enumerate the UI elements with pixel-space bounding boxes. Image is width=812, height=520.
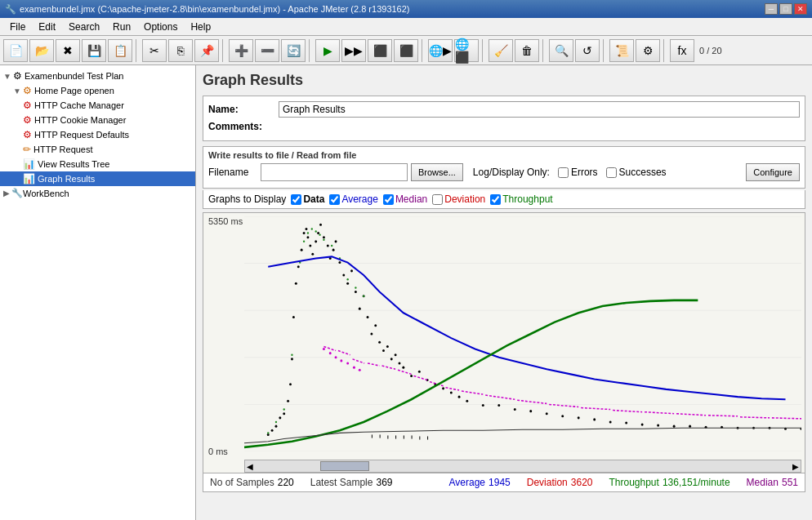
- menu-search[interactable]: Search: [62, 20, 106, 34]
- sidebar-item-workbench[interactable]: ▶ 🔧 WorkBench: [0, 186, 195, 200]
- clear-button[interactable]: 🔄: [281, 39, 306, 62]
- separator5: [482, 39, 485, 62]
- search-button[interactable]: 🔍: [549, 39, 573, 62]
- svg-point-16: [295, 282, 297, 285]
- stop-button[interactable]: ⬛: [368, 39, 392, 62]
- sidebar-item-view-results-tree[interactable]: 📊 View Results Tree: [0, 157, 195, 171]
- browse-button[interactable]: Browse...: [411, 163, 463, 181]
- deviation-label: Deviation: [444, 193, 485, 205]
- paste-button[interactable]: 📌: [194, 39, 219, 62]
- svg-point-40: [370, 332, 373, 335]
- throughput-check-label[interactable]: Throughput: [490, 193, 552, 205]
- svg-rect-121: [372, 434, 373, 438]
- sidebar-item-graph-results[interactable]: 📊 Graph Results: [0, 171, 195, 186]
- errors-checkbox[interactable]: [558, 167, 569, 178]
- cut-button[interactable]: ✂: [142, 39, 167, 62]
- average-checkbox[interactable]: [329, 194, 340, 205]
- successes-checkbox[interactable]: [606, 167, 617, 178]
- svg-point-17: [297, 265, 300, 268]
- svg-point-12: [287, 400, 289, 402]
- chart-scrollbar[interactable]: ◀ ▶: [244, 460, 801, 473]
- menu-options[interactable]: Options: [137, 20, 184, 34]
- menu-help[interactable]: Help: [184, 20, 217, 34]
- configure-button[interactable]: Configure: [746, 163, 800, 181]
- scroll-right-arrow[interactable]: ▶: [791, 462, 801, 471]
- svg-rect-126: [412, 435, 413, 438]
- stop-remote-button[interactable]: 🌐⬛: [454, 39, 479, 62]
- svg-point-13: [289, 383, 292, 385]
- copy-button[interactable]: ⎘: [168, 39, 193, 62]
- start-button[interactable]: ▶: [315, 39, 340, 62]
- workbench-label: WorkBench: [23, 189, 69, 198]
- deviation-check-label[interactable]: Deviation: [432, 193, 485, 205]
- menu-file[interactable]: File: [3, 20, 32, 34]
- svg-point-64: [593, 418, 596, 420]
- close-button[interactable]: ✕: [794, 3, 807, 15]
- svg-point-23: [311, 253, 314, 256]
- remove-button[interactable]: ➖: [255, 39, 279, 62]
- sidebar-item-label: HTTP Cookie Manager: [34, 115, 126, 125]
- median-checkbox[interactable]: [383, 194, 394, 205]
- data-checkbox[interactable]: [291, 194, 301, 205]
- sidebar-item-http-cache[interactable]: ⚙ HTTP Cache Manager: [0, 98, 195, 113]
- log-display-label: Log/Display Only:: [473, 167, 550, 178]
- stop-now-button[interactable]: ⬛: [394, 39, 418, 62]
- sidebar-item-test-plan[interactable]: ▼ ⚙ Examenbundel Test Plan: [0, 69, 195, 83]
- minimize-button[interactable]: ─: [765, 3, 778, 15]
- http-cookie-icon: ⚙: [23, 114, 32, 126]
- throughput-label: Throughput: [502, 193, 552, 205]
- new-button[interactable]: 📄: [3, 39, 28, 62]
- average-check-label[interactable]: Average: [329, 193, 377, 205]
- svg-point-79: [275, 421, 277, 423]
- deviation-stat-value: 3620: [571, 477, 593, 488]
- svg-point-24: [315, 240, 317, 242]
- data-check-label[interactable]: Data: [291, 193, 324, 205]
- svg-point-63: [578, 416, 580, 419]
- svg-point-117: [340, 359, 342, 362]
- svg-point-59: [514, 408, 516, 411]
- errors-checkbox-label[interactable]: Errors: [558, 167, 598, 178]
- reset-button[interactable]: ↺: [575, 39, 600, 62]
- svg-point-86: [315, 230, 317, 232]
- sidebar-item-label: Home Page openen: [34, 86, 114, 96]
- svg-point-84: [307, 232, 309, 233]
- scroll-thumb[interactable]: [320, 461, 369, 471]
- svg-point-36: [355, 291, 357, 293]
- sidebar-item-http-request-defaults[interactable]: ⚙ HTTP Request Defaults: [0, 127, 195, 142]
- menu-run[interactable]: Run: [106, 20, 137, 34]
- median-check-label[interactable]: Median: [383, 193, 427, 205]
- svg-point-44: [386, 345, 389, 348]
- clear-all-button[interactable]: 🧹: [489, 39, 513, 62]
- svg-point-56: [466, 400, 468, 402]
- svg-point-28: [327, 244, 329, 247]
- deviation-stat: Deviation 3620: [527, 477, 593, 488]
- start-no-pauses-button[interactable]: ▶▶: [341, 39, 366, 62]
- log-viewer-button[interactable]: 📜: [609, 39, 634, 62]
- function-helper-button[interactable]: fx: [670, 39, 694, 62]
- maximize-button[interactable]: □: [779, 3, 792, 15]
- svg-point-43: [382, 349, 385, 352]
- svg-point-39: [367, 316, 369, 318]
- open-button[interactable]: 📂: [29, 39, 54, 62]
- svg-point-115: [329, 352, 332, 354]
- clear-button2[interactable]: 🗑: [515, 39, 539, 62]
- workbench-expand-icon: ▶: [3, 189, 10, 198]
- menu-edit[interactable]: Edit: [32, 20, 62, 34]
- sidebar-item-home-page[interactable]: ▼ ⚙ Home Page openen: [0, 83, 195, 98]
- average-label: Average: [341, 193, 377, 205]
- saveas-button[interactable]: 📋: [108, 39, 132, 62]
- start-remote-button[interactable]: 🌐▶: [428, 39, 453, 62]
- log-config-button[interactable]: ⚙: [636, 39, 660, 62]
- throughput-checkbox[interactable]: [490, 194, 501, 205]
- add-button[interactable]: ➕: [229, 39, 253, 62]
- filename-input[interactable]: [261, 163, 408, 181]
- svg-point-53: [442, 387, 444, 389]
- sidebar-item-http-cookie[interactable]: ⚙ HTTP Cookie Manager: [0, 113, 195, 127]
- successes-checkbox-label[interactable]: Successes: [606, 167, 667, 178]
- scroll-left-arrow[interactable]: ◀: [245, 462, 255, 471]
- save-button[interactable]: 💾: [82, 39, 106, 62]
- name-input[interactable]: [279, 101, 800, 118]
- sidebar-item-http-request[interactable]: ✏ HTTP Request: [0, 142, 195, 157]
- deviation-checkbox[interactable]: [432, 194, 443, 205]
- close-file-button[interactable]: ✖: [56, 39, 80, 62]
